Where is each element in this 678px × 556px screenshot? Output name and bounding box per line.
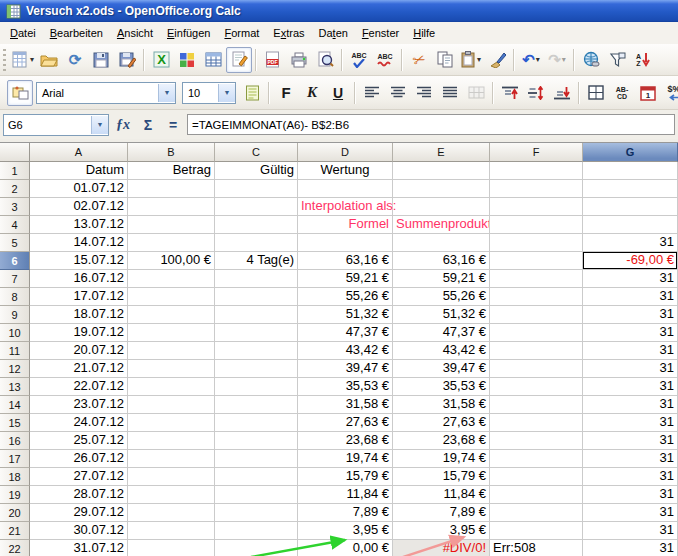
cell-F5[interactable] <box>490 234 583 252</box>
cell-G14[interactable]: 31 <box>583 396 678 414</box>
cell-A22[interactable]: 31.07.12 <box>30 540 128 556</box>
menu-daten[interactable]: Daten <box>312 24 355 42</box>
cell-A8[interactable]: 17.07.12 <box>30 288 128 306</box>
cell-C10[interactable] <box>215 324 298 342</box>
column-header-F[interactable]: F <box>490 143 583 162</box>
function-button[interactable]: = <box>162 114 184 136</box>
cell-D8[interactable]: 55,26 € <box>298 288 393 306</box>
cell-G9[interactable]: 31 <box>583 306 678 324</box>
cell-D18[interactable]: 15,79 € <box>298 468 393 486</box>
cell-G19[interactable]: 31 <box>583 486 678 504</box>
cell-G17[interactable]: 31 <box>583 450 678 468</box>
column-header-E[interactable]: E <box>393 143 490 162</box>
cell-E15[interactable]: 27,63 € <box>393 414 490 432</box>
cell-B11[interactable] <box>128 342 215 360</box>
cell-C19[interactable] <box>215 486 298 504</box>
new-dropdown-icon[interactable]: ▾ <box>30 55 34 64</box>
cell-G11[interactable]: 31 <box>583 342 678 360</box>
cell-C2[interactable] <box>215 180 298 198</box>
cell-D6[interactable]: 63,16 € <box>298 252 393 270</box>
cell-B22[interactable] <box>128 540 215 556</box>
align-left-button[interactable] <box>359 80 385 106</box>
cell-F14[interactable] <box>490 396 583 414</box>
column-header-B[interactable]: B <box>128 143 215 162</box>
cell-F7[interactable] <box>490 270 583 288</box>
edit-mode-button[interactable] <box>226 47 252 73</box>
cell-B5[interactable] <box>128 234 215 252</box>
undo-button[interactable]: ↶ ▾ <box>518 47 544 73</box>
cell-C18[interactable] <box>215 468 298 486</box>
cell-B6[interactable]: 100,00 € <box>128 252 215 270</box>
cell-F18[interactable] <box>490 468 583 486</box>
cell-F4[interactable] <box>490 216 583 234</box>
excel-x-button[interactable]: X <box>148 47 174 73</box>
cell-F22[interactable]: Err:508 <box>490 540 583 556</box>
cell-D4[interactable]: Formel <box>298 216 393 234</box>
spellcheck-button[interactable]: ABC <box>346 47 372 73</box>
cell-A20[interactable]: 29.07.12 <box>30 504 128 522</box>
cell-A9[interactable]: 18.07.12 <box>30 306 128 324</box>
save-button[interactable] <box>88 47 114 73</box>
align-bottom-button[interactable] <box>549 80 575 106</box>
cell-A15[interactable]: 24.07.12 <box>30 414 128 432</box>
cell-B18[interactable] <box>128 468 215 486</box>
cell-C14[interactable] <box>215 396 298 414</box>
cell-C21[interactable] <box>215 522 298 540</box>
cell-D22[interactable]: 0,00 € <box>298 540 393 556</box>
align-center-button[interactable] <box>385 80 411 106</box>
page-format-button[interactable] <box>239 80 265 106</box>
cell-B19[interactable] <box>128 486 215 504</box>
align-right-button[interactable] <box>411 80 437 106</box>
cell-E6[interactable]: 63,16 € <box>393 252 490 270</box>
auto-spellcheck-button[interactable]: ABC <box>372 47 398 73</box>
cell-C4[interactable] <box>215 216 298 234</box>
cell-A21[interactable]: 30.07.12 <box>30 522 128 540</box>
cell-E9[interactable]: 51,32 € <box>393 306 490 324</box>
redo-button[interactable]: ↷ ▾ <box>544 47 570 73</box>
cell-B20[interactable] <box>128 504 215 522</box>
cell-D11[interactable]: 43,42 € <box>298 342 393 360</box>
cell-C3[interactable] <box>215 198 298 216</box>
cell-E22[interactable]: #DIV/0! <box>393 540 490 556</box>
cell-G16[interactable]: 31 <box>583 432 678 450</box>
cell-F12[interactable] <box>490 360 583 378</box>
font-size-combo[interactable]: 10 ▼ <box>182 82 236 104</box>
open-button[interactable] <box>36 47 62 73</box>
cell-B12[interactable] <box>128 360 215 378</box>
undo-dropdown-icon[interactable]: ▾ <box>536 55 540 64</box>
cell-A13[interactable]: 22.07.12 <box>30 378 128 396</box>
cell-F2[interactable] <box>490 180 583 198</box>
row-header-4[interactable]: 4 <box>0 216 30 234</box>
cell-C20[interactable] <box>215 504 298 522</box>
sort-descending-button[interactable]: A Z <box>630 47 656 73</box>
cell-B16[interactable] <box>128 432 215 450</box>
row-header-6[interactable]: 6 <box>0 252 30 270</box>
cell-E3[interactable] <box>393 198 490 216</box>
cell-B4[interactable] <box>128 216 215 234</box>
cell-B3[interactable] <box>128 198 215 216</box>
toolbar-grip[interactable] <box>3 49 6 71</box>
row-header-3[interactable]: 3 <box>0 198 30 216</box>
styles-button[interactable] <box>7 80 33 106</box>
cell-G5[interactable]: 31 <box>583 234 678 252</box>
cell-E5[interactable] <box>393 234 490 252</box>
cell-D16[interactable]: 23,68 € <box>298 432 393 450</box>
cell-E10[interactable]: 47,37 € <box>393 324 490 342</box>
cell-B17[interactable] <box>128 450 215 468</box>
cell-B7[interactable] <box>128 270 215 288</box>
merge-cells-button[interactable] <box>463 80 489 106</box>
justify-button[interactable] <box>437 80 463 106</box>
cell-G8[interactable]: 31 <box>583 288 678 306</box>
cell-F11[interactable] <box>490 342 583 360</box>
cell-A18[interactable]: 27.07.12 <box>30 468 128 486</box>
wrap-text-button[interactable]: AB- CD <box>609 80 635 106</box>
copy-button[interactable] <box>432 47 458 73</box>
row-header-19[interactable]: 19 <box>0 486 30 504</box>
cell-F20[interactable] <box>490 504 583 522</box>
cell-A11[interactable]: 20.07.12 <box>30 342 128 360</box>
cell-A17[interactable]: 26.07.12 <box>30 450 128 468</box>
cell-F10[interactable] <box>490 324 583 342</box>
menu-ansicht[interactable]: Ansicht <box>110 24 160 42</box>
cell-F13[interactable] <box>490 378 583 396</box>
cell-B13[interactable] <box>128 378 215 396</box>
